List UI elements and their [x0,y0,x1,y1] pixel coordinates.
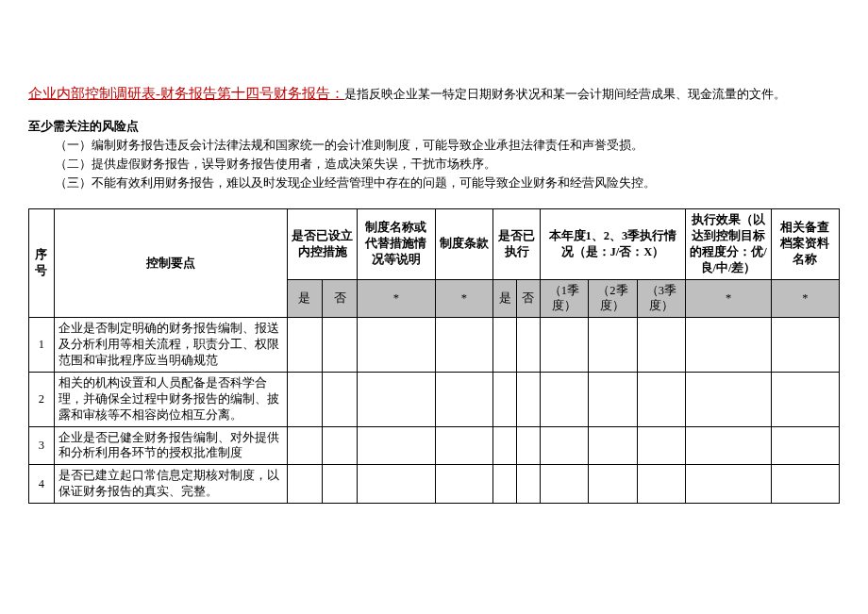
cell-blank [517,372,541,426]
cell-blank [540,426,588,465]
risk-item: （三）不能有效利用财务报告，难以及时发现企业经营管理中存在的问题，可能导致企业财… [55,174,840,191]
risk-item: （一）编制财务报告违反会计法律法规和国家统一的会计准则制度，可能导致企业承担法律… [55,137,840,154]
table-row: 2 相关的机构设置和人员配备是否科学合理，并确保全过程中财务报告的编制、披露和审… [29,372,840,426]
cell-index: 4 [29,465,55,504]
cell-blank [358,426,435,465]
cell-blank [287,465,322,504]
cell-blank [589,318,637,373]
cell-blank [435,426,493,465]
sub-q2: （2季度） [589,279,637,318]
cell-blank [637,426,686,465]
cell-blank [287,318,322,373]
cell-blank [493,318,517,373]
title-main: 企业内部控制调研表-财务报告第十四号财务报告： [28,86,344,101]
cell-blank [517,426,541,465]
cell-blank [686,426,772,465]
cell-control-point: 相关的机构设置和人员配备是否科学合理，并确保全过程中财务报告的编制、披露和审核等… [54,372,287,426]
sub-yes: 是 [287,279,322,318]
header-row: 序号 控制要点 是否已设立内控措施 制度名称或代替措施情况等说明 制度条款 是否… [29,209,840,280]
cell-blank [493,372,517,426]
cell-blank [358,318,435,373]
th-executed: 是否已执行 [493,209,540,280]
cell-blank [771,465,839,504]
cell-blank [589,465,637,504]
cell-blank [435,465,493,504]
cell-blank [358,465,435,504]
cell-blank [637,372,686,426]
cell-blank [771,426,839,465]
sub-exec-yes: 是 [493,279,517,318]
th-internal-control: 是否已设立内控措施 [287,209,357,280]
cell-blank [637,465,686,504]
risk-heading: 至少需关注的风险点 [28,118,840,135]
cell-blank [517,318,541,373]
sub-star: * [686,279,772,318]
cell-blank [358,372,435,426]
cell-blank [323,372,358,426]
cell-control-point: 是否已建立起口常信息定期核对制度，以保证财务报告的真实、完整。 [54,465,287,504]
table-row: 3 企业是否已健全财务报告编制、对外提供和分析利用各环节的授权批准制度 [29,426,840,465]
cell-blank [686,465,772,504]
cell-blank [771,318,839,373]
cell-blank [771,372,839,426]
cell-control-point: 企业是否已健全财务报告编制、对外提供和分析利用各环节的授权批准制度 [54,426,287,465]
sub-exec-no: 否 [517,279,541,318]
sub-q1: （1季度） [540,279,588,318]
table-row: 1 企业是否制定明确的财务报告编制、报送及分析利用等相关流程，职责分工、权限范围… [29,318,840,373]
cell-blank [540,372,588,426]
cell-blank [637,318,686,373]
cell-blank [435,318,493,373]
cell-blank [287,426,322,465]
th-clause: 制度条款 [435,209,493,280]
cell-blank [686,372,772,426]
th-system-name: 制度名称或代替措施情况等说明 [358,209,435,280]
cell-index: 3 [29,426,55,465]
cell-blank [540,465,588,504]
cell-blank [686,318,772,373]
sub-q3: （3季度） [637,279,686,318]
table-row: 4 是否已建立起口常信息定期核对制度，以保证财务报告的真实、完整。 [29,465,840,504]
cell-blank [435,372,493,426]
control-table: 序号 控制要点 是否已设立内控措施 制度名称或代替措施情况等说明 制度条款 是否… [28,208,840,504]
cell-blank [287,372,322,426]
cell-blank [323,426,358,465]
risk-item: （二）提供虚假财务报告，误导财务报告使用者，造成决策失误，干扰市场秩序。 [55,156,840,173]
cell-control-point: 企业是否制定明确的财务报告编制、报送及分析利用等相关流程，职责分工、权限范围和审… [54,318,287,373]
sub-star: * [771,279,839,318]
risk-list: （一）编制财务报告违反会计法律法规和国家统一的会计准则制度，可能导致企业承担法律… [55,137,840,191]
title-description: 是指反映企业某一特定日期财务状况和某一会计期间经营成果、现金流量的文件。 [344,87,786,101]
cell-blank [493,465,517,504]
sub-no: 否 [323,279,358,318]
th-index: 序号 [29,209,55,318]
cell-index: 1 [29,318,55,373]
th-control-point: 控制要点 [54,209,287,318]
cell-blank [323,465,358,504]
cell-blank [540,318,588,373]
cell-blank [323,318,358,373]
cell-blank [493,426,517,465]
cell-index: 2 [29,372,55,426]
cell-blank [589,372,637,426]
cell-blank [517,465,541,504]
th-docs: 相关备查档案资料名称 [771,209,839,280]
sub-star: * [435,279,493,318]
th-effect: 执行效果（以达到控制目标的程度分：优/良/中/差） [686,209,772,280]
cell-blank [589,426,637,465]
th-quarters: 本年度1、2、3季执行情况（是：J/否：X） [540,209,685,280]
document-title: 企业内部控制调研表-财务报告第十四号财务报告：是指反映企业某一特定日期财务状况和… [28,85,840,103]
sub-star: * [358,279,435,318]
